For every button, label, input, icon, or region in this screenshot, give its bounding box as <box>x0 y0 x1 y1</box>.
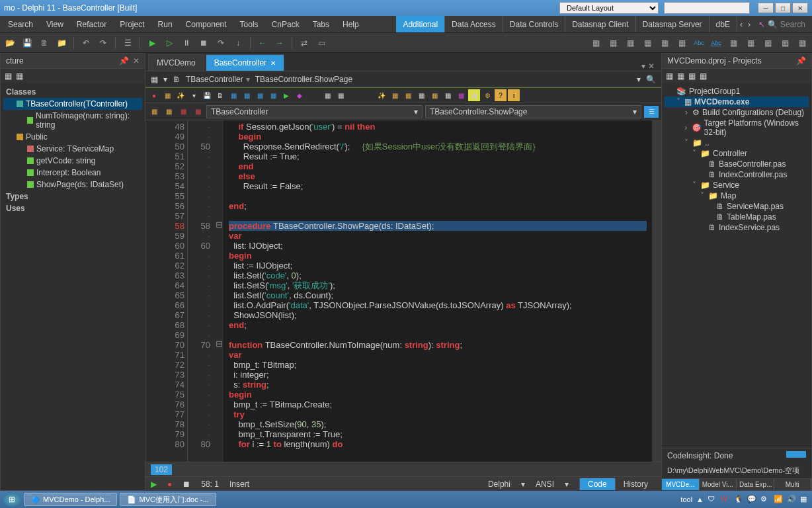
step-over-icon[interactable]: ↷ <box>214 36 228 50</box>
tt-13[interactable]: ▦ <box>321 89 333 101</box>
abc-icon[interactable]: Abc <box>692 36 706 50</box>
tt-26[interactable]: ▦ <box>455 89 467 101</box>
proj-file-base[interactable]: 🗎 BaseController.pas <box>665 159 809 169</box>
abc-u-icon[interactable]: Abc <box>709 36 723 50</box>
folder-icon[interactable]: 📁 <box>54 36 69 50</box>
pin-icon[interactable]: 📌 <box>119 56 129 65</box>
palette-icon-11[interactable]: ▦ <box>795 36 809 50</box>
tray-icon-2[interactable]: W <box>721 495 730 504</box>
nav-icon-4[interactable]: ▦ <box>192 106 204 118</box>
pause-icon[interactable]: ⏸ <box>179 36 194 50</box>
save-all-icon[interactable]: 🗎 <box>37 36 52 50</box>
fold-gutter[interactable]: ⊟⊟ <box>214 120 223 462</box>
tt-7[interactable]: ▦ <box>227 89 239 101</box>
menu-refactor[interactable]: Refactor <box>70 17 113 32</box>
tt-6[interactable]: 🗎 <box>214 89 226 101</box>
taskbar-item-delphi[interactable]: 🔷 MVCDemo - Delph... <box>24 493 117 506</box>
tt-2[interactable]: ▦ <box>161 89 173 101</box>
member-public[interactable]: Public <box>3 131 142 143</box>
proj-tb-1[interactable]: ▦ <box>666 71 673 81</box>
rtab-multi[interactable]: Multi <box>774 479 812 490</box>
member-numtoimage[interactable]: NumToImage(num: string): string <box>3 110 142 131</box>
list-icon[interactable]: ☰ <box>120 36 135 50</box>
tray-icon-1[interactable]: 🛡 <box>708 495 717 504</box>
tt-25[interactable]: ▦ <box>442 89 454 101</box>
start-button[interactable]: ⊞ <box>3 492 21 507</box>
tt-21[interactable]: ▦ <box>389 89 401 101</box>
tab-prev-icon[interactable]: ‹ <box>737 20 745 29</box>
rec-stop-icon[interactable]: ⏹ <box>183 480 190 489</box>
proj-tb-4[interactable]: ▦ <box>700 71 707 81</box>
menutab-data-access[interactable]: Data Access <box>445 16 503 32</box>
panel-close-icon[interactable]: ✕ <box>133 56 140 65</box>
tab-close-icon[interactable]: ✕ <box>270 60 276 67</box>
back-icon[interactable]: ← <box>255 36 270 50</box>
close-button[interactable]: ✕ <box>792 3 808 13</box>
breadcrumb-method[interactable]: TBaseController.ShowPage <box>255 75 352 84</box>
struct-tb-1[interactable]: ▦ <box>5 71 12 81</box>
member-service[interactable]: Service: TServiceMap <box>3 143 142 155</box>
menutab-additional[interactable]: Additional <box>396 16 445 32</box>
tray-icon-5[interactable]: ⚙ <box>760 495 770 504</box>
forward-icon[interactable]: → <box>272 36 287 50</box>
tab-basecontroller[interactable]: BaseController✕ <box>206 54 284 71</box>
tt-23[interactable]: ▦ <box>415 89 427 101</box>
tab-dropdown-icon[interactable]: ▾ <box>641 62 645 71</box>
nav-icon-5[interactable]: ☰ <box>644 106 659 118</box>
proj-file-tblmap[interactable]: 🗎 TableMap.pas <box>665 212 809 222</box>
tab-next-icon[interactable]: › <box>745 20 753 29</box>
menutab-datasnap-server[interactable]: Datasnap Server <box>636 16 710 32</box>
menu-search[interactable]: Search <box>1 17 40 32</box>
code-editor[interactable]: 4849505152535455565758596061626364656667… <box>145 120 661 462</box>
bc-search-icon[interactable]: 🔍 <box>646 75 656 84</box>
proj-target[interactable]: ›🎯 Target Platforms (Windows 32-bit) <box>665 118 809 138</box>
tt-8[interactable]: ▦ <box>241 89 253 101</box>
tabs-close-icon[interactable]: ✕ <box>648 62 655 71</box>
palette-icon-6[interactable]: ▦ <box>674 36 689 50</box>
member-intercept[interactable]: Intercept: Boolean <box>3 167 142 179</box>
nav-icon-3[interactable]: ▦ <box>177 106 189 118</box>
status-tab-code[interactable]: Code <box>579 478 615 490</box>
code-body[interactable]: if Session.getJson('user') = nil then be… <box>223 120 652 462</box>
rec-dot-icon[interactable]: ● <box>167 480 172 489</box>
tt-9[interactable]: ▦ <box>254 89 266 101</box>
proj-folder-service[interactable]: ˅📁 Service <box>665 180 809 190</box>
menutab-dbe[interactable]: dbE <box>710 16 737 32</box>
tt-28[interactable]: ⚙ <box>481 89 493 101</box>
nav-icon-2[interactable]: ▦ <box>163 106 175 118</box>
palette-icon-9[interactable]: ▦ <box>760 36 775 50</box>
vertical-scrollbar[interactable] <box>652 120 661 462</box>
breadcrumb-class[interactable]: TBaseController ▾ <box>186 75 250 84</box>
menu-project[interactable]: Project <box>113 17 151 32</box>
struct-tb-2[interactable]: ▦ <box>16 71 23 81</box>
tt-24[interactable]: ▦ <box>428 89 440 101</box>
save-icon[interactable]: 💾 <box>20 36 34 50</box>
proj-file-svcmap[interactable]: 🗎 ServiceMap.pas <box>665 201 809 212</box>
stop-icon[interactable]: ⏹ <box>196 36 211 50</box>
member-getvcode[interactable]: getVCode: string <box>3 155 142 167</box>
insert-mode[interactable]: Insert <box>229 480 249 489</box>
tab-mvcdemo[interactable]: MVCDemo <box>148 54 204 71</box>
tt-info[interactable]: i <box>508 89 520 101</box>
palette-icon-4[interactable]: ▦ <box>640 36 655 50</box>
encoding[interactable]: ANSI <box>536 480 554 489</box>
tt-22[interactable]: ▦ <box>402 89 414 101</box>
menu-tabs[interactable]: Tabs <box>306 17 336 32</box>
tray-volume-icon[interactable]: 🔊 <box>787 495 796 504</box>
rtab-mvcdemo[interactable]: MVCDe... <box>662 479 700 490</box>
tt-3[interactable]: ✨ <box>175 89 186 101</box>
titlebar-search[interactable] <box>664 2 750 14</box>
menutab-datasnap-client[interactable]: Datasnap Client <box>565 16 635 32</box>
run-noattach-icon[interactable]: ▷ <box>162 36 177 50</box>
tray-icon-4[interactable]: 💬 <box>747 495 756 504</box>
palette-icon-10[interactable]: ▦ <box>778 36 792 50</box>
proj-file-idxsvc[interactable]: 🗎 IndexService.pas <box>665 222 809 233</box>
minimize-button[interactable]: ─ <box>758 3 774 13</box>
proj-folder-map[interactable]: ˅📁 Map <box>665 190 809 201</box>
form-icon[interactable]: ▭ <box>314 36 329 50</box>
step-into-icon[interactable]: ↓ <box>231 36 245 50</box>
tt-11[interactable]: ▶ <box>280 89 292 101</box>
run-icon[interactable]: ▶ <box>145 36 159 50</box>
tt-12[interactable]: ◆ <box>294 89 305 101</box>
palette-icon-8[interactable]: ▦ <box>743 36 758 50</box>
